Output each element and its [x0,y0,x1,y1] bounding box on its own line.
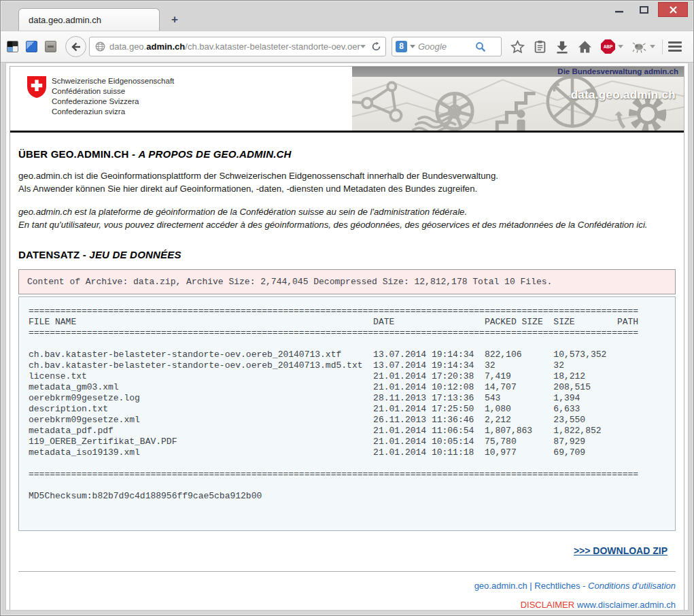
abp-dropdown-icon[interactable] [618,45,623,48]
close-button[interactable] [658,2,688,17]
minimize-icon [615,6,623,13]
bookmarks-menu-button[interactable] [534,37,546,57]
extension-window-icon[interactable] [26,41,37,52]
adblock-plus-button[interactable]: ABP [601,37,623,57]
browser-tab[interactable]: data.geo.admin.ch [18,8,160,31]
extension-screenshot-icon[interactable] [7,41,18,52]
star-icon [510,40,525,54]
home-icon [578,40,592,54]
download-arrow-icon [555,40,569,54]
url-text[interactable]: data.geo.admin.ch/ch.bav.kataster-belast… [109,41,360,52]
banner-right: Die Bundesverwaltung admin.ch [352,67,684,131]
page-container: Schweizerische Eidgenossenschaft Confédé… [10,66,684,611]
search-input[interactable] [418,41,475,52]
archive-summary-box: Content of Archive: data.zip, Archive Si… [18,269,676,294]
disclaimer-label: DISCLAIMER [521,600,574,610]
page-content: ÜBER GEO.ADMIN.CH - A PROPOS DE GEO.ADMI… [10,133,684,557]
browser-window: data.geo.admin.ch + [0,0,694,616]
admin-ch-bar[interactable]: Die Bundesverwaltung admin.ch [352,67,684,77]
footer-disclaimer[interactable]: DISCLAIMER www.disclaimer.admin.ch [10,591,684,611]
about-paragraph-fr: geo.admin.ch est la plateforme de géoinf… [18,206,676,231]
navigation-toolbar: data.geo.admin.ch/ch.bav.kataster-belast… [1,31,693,63]
search-icon[interactable] [475,41,486,52]
disclaimer-link: www.disclaimer.admin.ch [574,600,676,610]
extension-archive-icon[interactable] [45,41,56,52]
url-dropdown-icon[interactable] [360,45,366,48]
tab-title: data.geo.admin.ch [29,15,101,25]
confederation-names: Schweizerische Eidgenossenschaft Confédé… [52,76,174,117]
back-arrow-icon [71,41,82,52]
abp-icon: ABP [601,39,615,54]
back-button[interactable] [65,36,86,57]
download-zip-link[interactable]: >>> DOWNLOAD ZIP [574,545,667,556]
search-engine-dropdown-icon[interactable] [410,45,415,48]
downloads-button[interactable] [555,37,569,57]
new-tab-button[interactable]: + [166,13,184,27]
about-heading: ÜBER GEO.ADMIN.CH - A PROPOS DE GEO.ADMI… [18,148,676,160]
site-header: Schweizerische Eidgenossenschaft Confédé… [10,67,684,133]
plugin-dropdown-icon[interactable] [650,45,655,48]
download-row: >>> DOWNLOAD ZIP [18,531,676,557]
confederation-logo-block: Schweizerische Eidgenossenschaft Confédé… [10,67,352,131]
browser-viewport: Schweizerische Eidgenossenschaft Confédé… [5,63,689,611]
bookmark-star-button[interactable] [510,37,525,57]
about-paragraph-de: geo.admin.ch ist die Geoinformationsplat… [18,170,676,195]
reload-icon[interactable] [371,41,381,52]
menu-button[interactable] [668,37,682,57]
swiss-coat-of-arms-icon [27,75,47,99]
banner-artwork: data.geo.admin.ch [352,77,684,131]
titlebar: data.geo.admin.ch + [1,1,693,31]
banner-art-icon [352,77,684,131]
google-search-engine-icon[interactable]: 8 [396,41,407,52]
maximize-button[interactable] [634,2,654,17]
toolbar-divider [662,39,663,54]
minimize-button[interactable] [609,2,629,17]
globe-icon [95,41,105,52]
url-bar[interactable]: data.geo.admin.ch/ch.bav.kataster-belast… [89,37,386,56]
file-listing: ========================================… [18,296,676,531]
hamburger-icon [668,41,682,52]
plugin-icon [632,40,646,53]
site-title: data.geo.admin.ch [571,88,676,102]
plugin-button[interactable] [632,37,655,57]
search-bar[interactable]: 8 [392,37,502,56]
window-controls [609,2,688,17]
dataset-heading: DATENSATZ - JEU DE DONNÉES [18,249,676,260]
footer-links[interactable]: geo.admin.ch | Rechtliches - Conditions … [10,572,684,591]
close-icon [670,6,677,14]
clipboard-icon [534,40,546,54]
home-button[interactable] [578,37,592,57]
maximize-icon [640,6,648,14]
